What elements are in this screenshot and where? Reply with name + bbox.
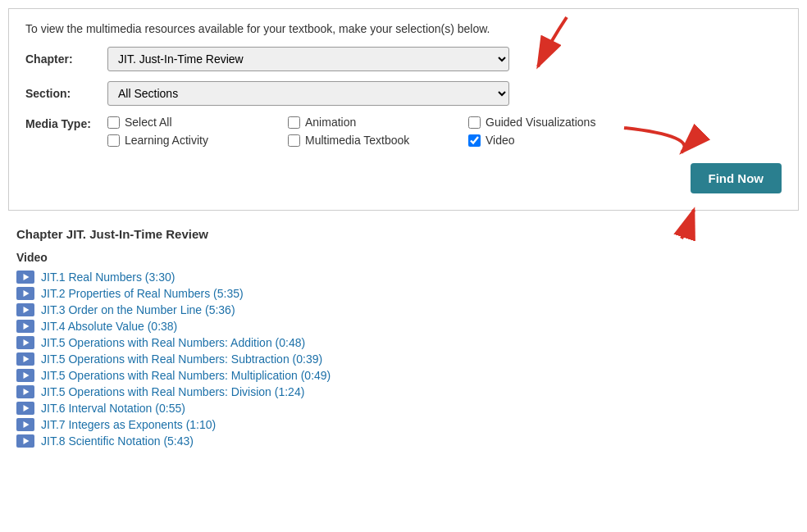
multimedia-textbook-label[interactable]: Multimedia Textbook — [305, 134, 409, 147]
video-link[interactable]: JIT.6 Interval Notation (0:55) — [41, 402, 185, 415]
video-link[interactable]: JIT.4 Absolute Value (0:38) — [41, 320, 177, 333]
video-icon — [16, 385, 34, 398]
chapter-select[interactable]: JIT. Just-In-Time Review — [107, 47, 509, 71]
media-type-heading: Video — [16, 251, 791, 264]
list-item: JIT.7 Integers as Exponents (1:10) — [16, 418, 791, 431]
video-list: JIT.1 Real Numbers (3:30)JIT.2 Propertie… — [16, 271, 791, 448]
list-item: JIT.6 Interval Notation (0:55) — [16, 402, 791, 415]
list-item: JIT.5 Operations with Real Numbers: Mult… — [16, 369, 791, 382]
select-all-label[interactable]: Select All — [125, 116, 172, 129]
video-icon — [16, 287, 34, 300]
chapter-label: Chapter: — [25, 52, 107, 66]
checkbox-video[interactable]: Video — [468, 134, 649, 147]
section-label: Section: — [25, 87, 107, 100]
video-link[interactable]: JIT.1 Real Numbers (3:30) — [41, 271, 175, 284]
checkbox-animation[interactable]: Animation — [288, 116, 452, 129]
video-icon — [16, 434, 34, 448]
video-icon — [16, 320, 34, 333]
animation-label[interactable]: Animation — [305, 116, 356, 129]
checkboxes-grid: Select All Animation Guided Visualizatio… — [107, 116, 649, 147]
section-select[interactable]: All Sections — [107, 81, 509, 106]
checkbox-guided-viz[interactable]: Guided Visualizations — [468, 116, 649, 129]
video-link[interactable]: JIT.3 Order on the Number Line (5:36) — [41, 303, 235, 316]
list-item: JIT.5 Operations with Real Numbers: Addi… — [16, 336, 791, 349]
video-link[interactable]: JIT.2 Properties of Real Numbers (5:35) — [41, 287, 244, 300]
video-icon — [16, 271, 34, 284]
main-container: To view the multimedia resources availab… — [0, 8, 807, 532]
list-item: JIT.8 Scientific Notation (5:43) — [16, 434, 791, 448]
section-row: Section: All Sections — [25, 81, 782, 106]
list-item: JIT.2 Properties of Real Numbers (5:35) — [16, 287, 791, 300]
media-type-row: Media Type: Select All Animation Guided … — [25, 116, 782, 147]
video-label[interactable]: Video — [486, 134, 515, 147]
video-link[interactable]: JIT.5 Operations with Real Numbers: Divi… — [41, 385, 304, 398]
video-link[interactable]: JIT.5 Operations with Real Numbers: Mult… — [41, 369, 331, 382]
video-link[interactable]: JIT.7 Integers as Exponents (1:10) — [41, 418, 216, 431]
video-link[interactable]: JIT.5 Operations with Real Numbers: Subt… — [41, 352, 322, 366]
video-link[interactable]: JIT.8 Scientific Notation (5:43) — [41, 434, 194, 448]
learning-activity-checkbox[interactable] — [107, 134, 120, 147]
button-row: Find Now — [25, 157, 782, 193]
guided-viz-label[interactable]: Guided Visualizations — [486, 116, 595, 129]
video-icon — [16, 369, 34, 382]
form-section: To view the multimedia resources availab… — [8, 8, 799, 211]
list-item: JIT.4 Absolute Value (0:38) — [16, 320, 791, 333]
results-section: Chapter JIT. Just-In-Time Review Video J… — [0, 219, 807, 467]
intro-text: To view the multimedia resources availab… — [25, 22, 782, 35]
guided-viz-checkbox[interactable] — [468, 116, 481, 129]
video-link[interactable]: JIT.5 Operations with Real Numbers: Addi… — [41, 336, 305, 349]
list-item: JIT.5 Operations with Real Numbers: Divi… — [16, 385, 791, 398]
checkbox-learning-activity[interactable]: Learning Activity — [107, 134, 271, 147]
list-item: JIT.1 Real Numbers (3:30) — [16, 271, 791, 284]
video-icon — [16, 418, 34, 431]
select-all-checkbox[interactable] — [107, 116, 120, 129]
video-checkbox[interactable] — [468, 134, 481, 147]
learning-activity-label[interactable]: Learning Activity — [125, 134, 208, 147]
chapter-heading: Chapter JIT. Just-In-Time Review — [16, 227, 791, 241]
video-icon — [16, 336, 34, 349]
chapter-row: Chapter: JIT. Just-In-Time Review — [25, 47, 782, 71]
find-now-button[interactable]: Find Now — [691, 163, 782, 193]
multimedia-textbook-checkbox[interactable] — [288, 134, 300, 147]
media-type-label: Media Type: — [25, 116, 107, 130]
checkbox-select-all[interactable]: Select All — [107, 116, 271, 129]
list-item: JIT.5 Operations with Real Numbers: Subt… — [16, 352, 791, 366]
video-icon — [16, 402, 34, 415]
animation-checkbox[interactable] — [288, 116, 300, 129]
list-item: JIT.3 Order on the Number Line (5:36) — [16, 303, 791, 316]
video-icon — [16, 352, 34, 366]
video-icon — [16, 303, 34, 316]
checkbox-multimedia-textbook[interactable]: Multimedia Textbook — [288, 134, 452, 147]
